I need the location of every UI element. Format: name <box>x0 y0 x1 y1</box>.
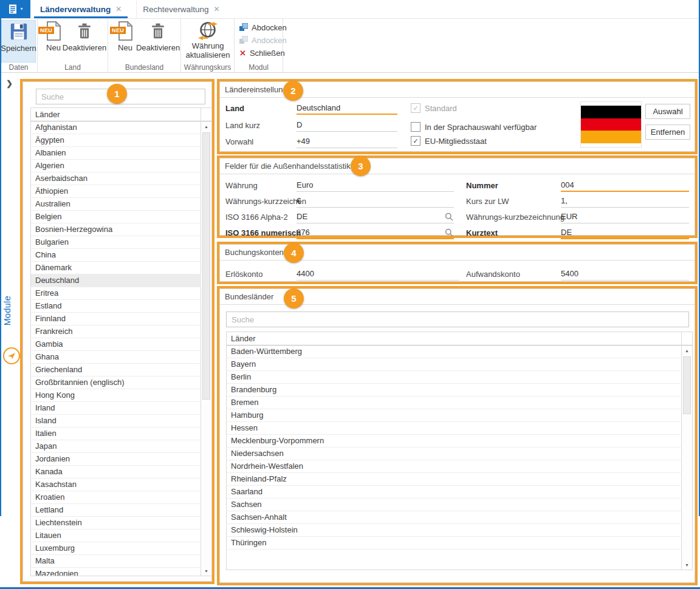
list-item-country[interactable]: Japan <box>31 440 201 453</box>
list-item-country[interactable]: Albanien <box>31 147 201 160</box>
list-item-bundesland[interactable]: Sachsen <box>227 499 682 511</box>
country-scrollbar[interactable]: ▲ ▼ <box>201 121 211 576</box>
list-item-country[interactable]: Dänemark <box>31 262 201 274</box>
list-item-country[interactable]: Afghanistan <box>31 121 201 134</box>
scroll-up-icon[interactable]: ▲ <box>682 346 692 355</box>
tab-laenderverwaltung[interactable]: Länderverwaltung ✕ <box>34 0 128 18</box>
list-item-country[interactable]: Luxemburg <box>31 542 201 555</box>
list-item-country[interactable]: Jordanien <box>31 453 201 466</box>
scroll-down-icon[interactable]: ▼ <box>682 560 692 570</box>
list-item-country[interactable]: Malta <box>31 555 201 568</box>
list-item-country[interactable]: Irland <box>31 402 201 415</box>
field-value-land[interactable]: Deutschland <box>297 102 397 115</box>
list-item-country[interactable]: Litauen <box>31 529 201 542</box>
checkbox-eu-mitgliedsstaat[interactable]: EU-Mitgliedsstaat <box>411 136 487 146</box>
list-item-bundesland[interactable]: Hessen <box>227 422 682 435</box>
list-item-country[interactable]: Deutschland <box>31 274 201 287</box>
land-deaktivieren-button[interactable]: Deaktivieren <box>62 20 107 63</box>
scroll-up-icon[interactable]: ▲ <box>201 121 211 131</box>
list-item-country[interactable]: Finnland <box>31 313 201 325</box>
module-icon[interactable] <box>3 347 20 364</box>
list-item-country[interactable]: Frankreich <box>31 325 201 338</box>
module-vertical-tab[interactable]: Module <box>2 296 12 325</box>
list-item-country[interactable]: Mazedonien <box>31 568 201 576</box>
list-item-country[interactable]: Algerien <box>31 160 201 172</box>
list-item-country[interactable]: Großbritannien (englisch) <box>31 376 201 389</box>
field-value-kurs-zur-lw[interactable]: 1, <box>561 195 689 208</box>
list-item-country[interactable]: Kanada <box>31 466 201 478</box>
list-item-bundesland[interactable]: Schleswig-Holstein <box>227 524 682 537</box>
list-item-country[interactable]: Island <box>31 415 201 427</box>
list-item-country[interactable]: China <box>31 249 201 262</box>
list-item-bundesland[interactable]: Baden-Württemberg <box>227 346 682 358</box>
field-value-waehrungs-kurzbezeichnung[interactable]: EUR <box>561 211 689 223</box>
list-item-country[interactable]: Belgien <box>31 211 201 223</box>
list-item-country[interactable]: Aserbaidschan <box>31 172 201 185</box>
field-value-iso-numerisch[interactable]: 276 <box>297 226 454 239</box>
field-value-vorwahl[interactable]: +49 <box>297 135 397 148</box>
list-item-bundesland[interactable]: Rheinland-Pfalz <box>227 473 682 486</box>
list-item-country[interactable]: Kroatien <box>31 491 201 504</box>
field-value-nummer[interactable]: 004 <box>561 179 689 192</box>
list-item-country[interactable]: Äthiopien <box>31 185 201 198</box>
list-item-bundesland[interactable]: Niedersachsen <box>227 448 682 460</box>
checkbox-sprachauswahl[interactable]: In der Sprachauswahl verfügbar <box>411 122 537 132</box>
country-column-header[interactable]: Länder <box>31 108 211 121</box>
list-item-bundesland[interactable]: Nordrhein-Westfalen <box>227 460 682 473</box>
field-value-erloeskonto[interactable]: 4400 <box>297 268 459 281</box>
bundeslaender-scrollbar[interactable]: ▲ ▼ <box>682 346 692 570</box>
panel-expander-chevron[interactable]: ❯ <box>6 79 13 88</box>
list-item-bundesland[interactable]: Saarland <box>227 486 682 499</box>
list-item-country[interactable]: Ghana <box>31 351 201 364</box>
auswahl-button[interactable]: Auswahl <box>645 104 690 119</box>
close-icon[interactable]: ✕ <box>115 5 122 13</box>
list-item-bundesland[interactable]: Mecklenburg-Vorpommern <box>227 435 682 448</box>
list-item-bundesland[interactable]: Berlin <box>227 371 682 384</box>
entfernen-button[interactable]: Entfernen <box>645 124 690 140</box>
list-item-country[interactable]: Eritrea <box>31 287 201 300</box>
list-item-bundesland[interactable]: Bremen <box>227 397 682 409</box>
list-item-country[interactable]: Estland <box>31 300 201 313</box>
field-value-waehrungs-kurzzeichen[interactable]: € <box>297 195 454 208</box>
country-list-panel: Länder AfghanistanÄgyptenAlbanienAlgerie… <box>20 79 214 584</box>
scroll-down-icon[interactable]: ▼ <box>201 566 211 576</box>
search-lookup-icon[interactable] <box>445 213 453 224</box>
list-item-bundesland[interactable]: Sachsen-Anhalt <box>227 511 682 524</box>
list-item-country[interactable]: Lettland <box>31 504 201 517</box>
list-item-country[interactable]: Italien <box>31 427 201 440</box>
bundesland-neu-button[interactable]: NEU Neu <box>112 20 139 63</box>
field-value-kurztext[interactable]: DE <box>561 226 689 239</box>
tab-rechteverwaltung[interactable]: Rechteverwaltung ✕ <box>136 0 225 18</box>
list-item-country[interactable]: Bulgarien <box>31 236 201 249</box>
schliessen-button[interactable]: ✕ Schließen <box>239 47 285 58</box>
list-item-country[interactable]: Australien <box>31 198 201 211</box>
bundesland-deaktivieren-button[interactable]: Deaktivieren <box>136 20 180 63</box>
list-item-country[interactable]: Kasachstan <box>31 478 201 491</box>
field-value-iso-alpha2[interactable]: DE <box>297 211 454 223</box>
list-item-bundesland[interactable]: Hamburg <box>227 409 682 422</box>
list-item-country[interactable]: Hong Kong <box>31 389 201 402</box>
list-item-country[interactable]: Liechtenstein <box>31 517 201 529</box>
list-item-country[interactable]: Bosnien-Herzegowina <box>31 223 201 236</box>
list-item-bundesland[interactable]: Bayern <box>227 358 682 371</box>
bundeslaender-column-header[interactable]: Länder <box>227 332 692 346</box>
speichern-button[interactable]: Speichern <box>1 20 36 63</box>
list-item-bundesland[interactable]: Thüringen <box>227 537 682 550</box>
list-item-country[interactable]: Griechenland <box>31 364 201 376</box>
search-lookup-icon[interactable] <box>445 228 453 240</box>
close-icon[interactable]: ✕ <box>213 5 219 13</box>
app-menu-button[interactable]: ▾ <box>0 0 30 18</box>
field-value-aufwandskonto[interactable]: 5400 <box>561 268 689 281</box>
list-item-country[interactable]: Gambia <box>31 338 201 351</box>
andocken-button[interactable]: Andocken <box>239 35 287 46</box>
checkbox-standard[interactable]: Standard <box>411 103 457 113</box>
list-item-bundesland[interactable]: Brandenburg <box>227 384 682 397</box>
scrollbar-thumb[interactable] <box>202 132 210 400</box>
list-item-country[interactable]: Ägypten <box>31 134 201 147</box>
abdocken-button[interactable]: Abdocken <box>239 22 287 33</box>
field-value-land-kurz[interactable]: D <box>297 119 397 132</box>
bundeslaender-search-input[interactable] <box>226 312 689 327</box>
waehrung-aktualisieren-button[interactable]: Währung aktualisieren <box>183 20 233 64</box>
field-value-waehrung[interactable]: Euro <box>297 179 454 192</box>
scrollbar-thumb[interactable] <box>683 356 691 414</box>
